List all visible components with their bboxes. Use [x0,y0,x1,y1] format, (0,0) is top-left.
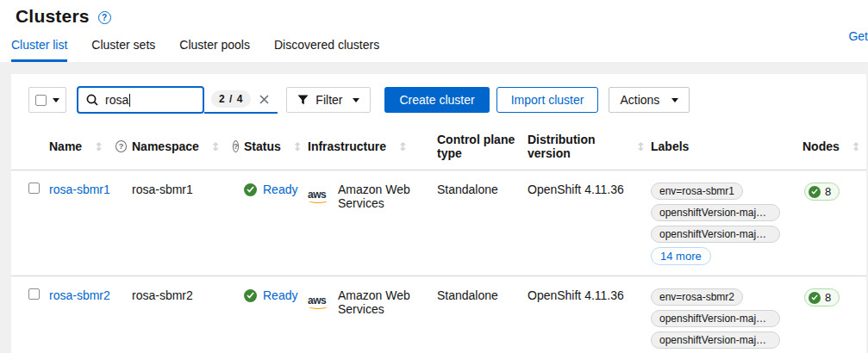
tab-cluster-sets[interactable]: Cluster sets [91,38,155,62]
cluster-namespace: rosa-sbmr1 [132,183,193,196]
labels-stack: env=rosa-sbmr2 openshiftVersion-major=4 … [651,288,782,353]
status-ok-icon [244,183,257,196]
table-header-row: Name ↕ ? Namespace ↕ ? [11,127,866,170]
page-title: Clusters [16,6,90,27]
chevron-down-icon [53,98,59,102]
infrastructure-name: Amazon Web Services [338,183,432,210]
distribution-version: OpenShift 4.11.36 [528,183,624,196]
aws-icon: aws [308,189,330,203]
search-group: rosa 2 / 4 [77,86,278,114]
filter-label: Filter [315,93,342,107]
header-checkbox-spacer [11,127,49,170]
column-header-labels: Labels [651,127,787,170]
label-pill: openshiftVersion-major=4 [651,204,780,221]
text-cursor [129,94,130,107]
status-ok-icon [244,289,257,302]
column-label: Nodes [802,139,840,153]
filter-dropdown[interactable]: Filter [286,87,371,113]
clusters-card: rosa 2 / 4 Filter Create cluster Imp [11,74,866,353]
clear-search-icon[interactable] [259,95,269,104]
sort-icon[interactable]: ↕ [211,140,221,153]
label-pill: env=rosa-sbmr2 [651,288,743,306]
search-input-value: rosa [105,93,128,107]
page-header: Clusters ? Cluster list Cluster sets Clu… [0,0,868,62]
sort-icon[interactable]: ↕ [636,140,646,153]
tab-cluster-pools[interactable]: Cluster pools [179,38,250,62]
aws-icon: aws [308,295,330,309]
cluster-name-link[interactable]: rosa-sbmr1 [49,183,110,196]
control-plane-type: Standalone [437,288,498,302]
column-header-distribution-version[interactable]: Distribution version ↕ [528,127,651,170]
column-label: Name [49,139,82,153]
tab-discovered-clusters[interactable]: Discovered clusters [274,38,379,62]
status-link[interactable]: Ready [263,183,297,196]
node-count: 8 [825,185,831,198]
actions-label: Actions [620,93,659,107]
tab-cluster-list[interactable]: Cluster list [11,38,67,62]
sort-icon[interactable]: ↕ [398,140,408,153]
cluster-name-link[interactable]: rosa-sbmr2 [49,288,110,302]
status-link[interactable]: Ready [263,288,297,302]
column-header-status[interactable]: Status ↕ [244,127,308,170]
create-cluster-button[interactable]: Create cluster [384,87,489,113]
filter-icon [297,95,309,105]
column-label: Infrastructure [308,139,386,153]
table-row: rosa-sbmr2 rosa-sbmr2 Ready [11,276,866,353]
control-plane-type: Standalone [437,183,498,196]
import-cluster-button[interactable]: Import cluster [496,87,599,113]
label-pill: openshiftVersion-major-mi… [651,226,780,243]
sort-icon[interactable]: ↕ [293,140,303,153]
bulk-select-checkbox[interactable] [35,95,47,106]
clusters-table: Name ↕ ? Namespace ↕ ? [11,127,866,353]
column-header-control-plane-type: Control plane type [437,127,528,170]
row-checkbox[interactable] [28,183,40,194]
row-checkbox[interactable] [28,288,40,300]
sort-icon[interactable]: ↕ [94,140,103,153]
column-header-namespace[interactable]: Namespace ↕ ? [132,127,244,170]
labels-stack: env=rosa-sbmr1 openshiftVersion-major=4 … [651,183,782,265]
page-background: rosa 2 / 4 Filter Create cluster Imp [0,62,868,353]
get-started-link[interactable]: Get [848,29,868,43]
tab-bar: Cluster list Cluster sets Cluster pools … [0,38,868,62]
column-label: Control plane type [437,133,522,160]
search-result-area: 2 / 4 [204,86,278,114]
label-pill: openshiftVersion-major-mi… [651,331,780,349]
column-header-nodes[interactable]: Nodes ↕ [787,127,866,170]
nodes-badge[interactable]: 8 [804,288,840,307]
search-result-count: 2 / 4 [211,90,251,108]
label-pill: openshiftVersion-major=4 [651,310,780,327]
nodes-ok-icon [809,186,821,198]
column-label: Labels [651,139,689,153]
nodes-ok-icon [809,292,821,304]
toolbar: rosa 2 / 4 Filter Create cluster Imp [11,74,866,114]
sort-icon[interactable]: ↕ [852,140,861,153]
table-row: rosa-sbmr1 rosa-sbmr1 Ready [11,170,866,276]
column-header-name[interactable]: Name ↕ ? [49,127,132,170]
search-input[interactable]: rosa [77,86,204,114]
page-help-icon[interactable]: ? [98,11,111,24]
column-label: Status [244,139,281,153]
label-pill: env=rosa-sbmr1 [651,183,743,200]
infrastructure-name: Amazon Web Services [338,288,432,316]
node-count: 8 [825,291,831,304]
distribution-version: OpenShift 4.11.36 [528,288,624,302]
chevron-down-icon [671,98,678,102]
name-help-icon[interactable]: ? [116,140,127,152]
column-header-infrastructure[interactable]: Infrastructure ↕ [308,127,437,170]
cluster-namespace: rosa-sbmr2 [132,288,193,302]
bulk-select-dropdown[interactable] [28,87,66,113]
namespace-help-icon[interactable]: ? [233,140,240,152]
actions-dropdown[interactable]: Actions [609,87,690,113]
column-label: Namespace [132,139,199,153]
column-label: Distribution version [528,133,624,160]
nodes-badge[interactable]: 8 [804,183,840,201]
search-icon [86,94,98,106]
chevron-down-icon [353,98,359,102]
show-more-labels-button[interactable]: 14 more [651,247,711,265]
